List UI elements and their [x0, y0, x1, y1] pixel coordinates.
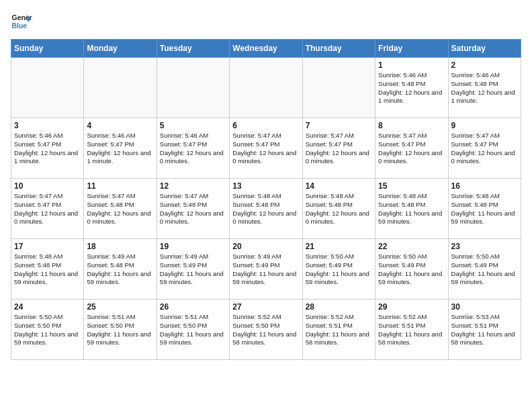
calendar-week-row: 3Sunrise: 5:46 AM Sunset: 5:47 PM Daylig… [11, 118, 521, 179]
day-number: 2 [451, 60, 518, 70]
day-info: Sunrise: 5:52 AM Sunset: 5:50 PM Dayligh… [232, 313, 299, 347]
calendar-day-cell: 1Sunrise: 5:46 AM Sunset: 5:48 PM Daylig… [375, 58, 448, 118]
calendar-day-cell: 25Sunrise: 5:51 AM Sunset: 5:50 PM Dayli… [84, 300, 157, 360]
logo: General Blue [11, 11, 35, 32]
day-info: Sunrise: 5:48 AM Sunset: 5:48 PM Dayligh… [232, 192, 299, 226]
calendar-header-row: SundayMondayTuesdayWednesdayThursdayFrid… [11, 40, 521, 58]
day-number: 27 [232, 302, 299, 312]
day-info: Sunrise: 5:46 AM Sunset: 5:48 PM Dayligh… [451, 71, 518, 105]
calendar-day-cell: 12Sunrise: 5:47 AM Sunset: 5:48 PM Dayli… [157, 179, 229, 239]
day-number: 6 [232, 121, 299, 130]
day-info: Sunrise: 5:50 AM Sunset: 5:49 PM Dayligh… [306, 253, 372, 287]
day-number: 16 [451, 181, 518, 191]
calendar-day-cell: 14Sunrise: 5:48 AM Sunset: 5:48 PM Dayli… [302, 179, 375, 239]
weekday-header: Wednesday [230, 40, 302, 58]
calendar-day-cell: 7Sunrise: 5:47 AM Sunset: 5:47 PM Daylig… [302, 118, 375, 179]
calendar-day-cell: 22Sunrise: 5:50 AM Sunset: 5:49 PM Dayli… [375, 239, 448, 300]
weekday-header: Sunday [11, 40, 84, 58]
day-number: 8 [378, 121, 445, 130]
calendar-day-cell: 30Sunrise: 5:53 AM Sunset: 5:51 PM Dayli… [448, 300, 521, 360]
day-info: Sunrise: 5:49 AM Sunset: 5:49 PM Dayligh… [232, 253, 299, 287]
day-number: 9 [451, 121, 518, 130]
calendar-day-cell: 27Sunrise: 5:52 AM Sunset: 5:50 PM Dayli… [230, 300, 302, 360]
day-info: Sunrise: 5:47 AM Sunset: 5:48 PM Dayligh… [87, 192, 153, 226]
calendar-day-cell: 10Sunrise: 5:47 AM Sunset: 5:47 PM Dayli… [11, 179, 84, 239]
day-number: 3 [14, 121, 81, 130]
day-number: 24 [14, 302, 81, 312]
day-info: Sunrise: 5:47 AM Sunset: 5:47 PM Dayligh… [378, 132, 445, 166]
calendar-week-row: 17Sunrise: 5:48 AM Sunset: 5:48 PM Dayli… [11, 239, 521, 300]
day-number: 28 [306, 302, 372, 312]
calendar-day-cell [11, 58, 84, 118]
day-info: Sunrise: 5:48 AM Sunset: 5:48 PM Dayligh… [451, 192, 518, 226]
day-number: 30 [451, 302, 518, 312]
weekday-header: Saturday [448, 40, 521, 58]
day-number: 1 [378, 60, 445, 70]
day-number: 20 [232, 242, 299, 251]
day-number: 7 [306, 121, 372, 130]
calendar-day-cell: 11Sunrise: 5:47 AM Sunset: 5:48 PM Dayli… [84, 179, 157, 239]
day-info: Sunrise: 5:51 AM Sunset: 5:50 PM Dayligh… [87, 313, 153, 347]
day-number: 5 [160, 121, 226, 130]
day-info: Sunrise: 5:46 AM Sunset: 5:47 PM Dayligh… [160, 132, 226, 166]
calendar-day-cell: 29Sunrise: 5:52 AM Sunset: 5:51 PM Dayli… [375, 300, 448, 360]
day-info: Sunrise: 5:47 AM Sunset: 5:47 PM Dayligh… [306, 132, 372, 166]
calendar-day-cell: 8Sunrise: 5:47 AM Sunset: 5:47 PM Daylig… [375, 118, 448, 179]
day-info: Sunrise: 5:48 AM Sunset: 5:48 PM Dayligh… [306, 192, 372, 226]
calendar-week-row: 24Sunrise: 5:50 AM Sunset: 5:50 PM Dayli… [11, 300, 521, 360]
day-number: 22 [378, 242, 445, 251]
day-info: Sunrise: 5:48 AM Sunset: 5:48 PM Dayligh… [378, 192, 445, 226]
calendar-day-cell: 26Sunrise: 5:51 AM Sunset: 5:50 PM Dayli… [157, 300, 229, 360]
calendar-day-cell: 17Sunrise: 5:48 AM Sunset: 5:48 PM Dayli… [11, 239, 84, 300]
calendar-day-cell: 20Sunrise: 5:49 AM Sunset: 5:49 PM Dayli… [230, 239, 302, 300]
day-info: Sunrise: 5:47 AM Sunset: 5:47 PM Dayligh… [14, 192, 81, 226]
day-info: Sunrise: 5:49 AM Sunset: 5:48 PM Dayligh… [87, 253, 153, 287]
svg-text:Blue: Blue [12, 22, 28, 30]
day-info: Sunrise: 5:47 AM Sunset: 5:47 PM Dayligh… [232, 132, 299, 166]
day-number: 14 [306, 181, 372, 191]
weekday-header: Friday [375, 40, 448, 58]
calendar-day-cell [157, 58, 229, 118]
page-header: General Blue [11, 11, 521, 32]
calendar-day-cell [230, 58, 302, 118]
day-info: Sunrise: 5:52 AM Sunset: 5:51 PM Dayligh… [306, 313, 372, 347]
day-info: Sunrise: 5:51 AM Sunset: 5:50 PM Dayligh… [160, 313, 226, 347]
calendar-day-cell: 23Sunrise: 5:50 AM Sunset: 5:49 PM Dayli… [448, 239, 521, 300]
day-number: 17 [14, 242, 81, 251]
day-info: Sunrise: 5:52 AM Sunset: 5:51 PM Dayligh… [378, 313, 445, 347]
day-info: Sunrise: 5:47 AM Sunset: 5:48 PM Dayligh… [160, 192, 226, 226]
calendar-day-cell [302, 58, 375, 118]
weekday-header: Monday [84, 40, 157, 58]
day-number: 11 [87, 181, 153, 191]
weekday-header: Tuesday [157, 40, 229, 58]
calendar-day-cell: 18Sunrise: 5:49 AM Sunset: 5:48 PM Dayli… [84, 239, 157, 300]
day-info: Sunrise: 5:47 AM Sunset: 5:47 PM Dayligh… [451, 132, 518, 166]
day-number: 12 [160, 181, 226, 191]
calendar-day-cell: 24Sunrise: 5:50 AM Sunset: 5:50 PM Dayli… [11, 300, 84, 360]
calendar-day-cell: 4Sunrise: 5:46 AM Sunset: 5:47 PM Daylig… [84, 118, 157, 179]
weekday-header: Thursday [302, 40, 375, 58]
day-number: 23 [451, 242, 518, 251]
day-number: 29 [378, 302, 445, 312]
day-info: Sunrise: 5:49 AM Sunset: 5:49 PM Dayligh… [160, 253, 226, 287]
day-info: Sunrise: 5:50 AM Sunset: 5:49 PM Dayligh… [451, 253, 518, 287]
calendar-day-cell: 9Sunrise: 5:47 AM Sunset: 5:47 PM Daylig… [448, 118, 521, 179]
calendar-table: SundayMondayTuesdayWednesdayThursdayFrid… [11, 39, 521, 360]
day-number: 10 [14, 181, 81, 191]
day-number: 25 [87, 302, 153, 312]
calendar-day-cell: 28Sunrise: 5:52 AM Sunset: 5:51 PM Dayli… [302, 300, 375, 360]
calendar-day-cell: 13Sunrise: 5:48 AM Sunset: 5:48 PM Dayli… [230, 179, 302, 239]
day-number: 21 [306, 242, 372, 251]
day-number: 19 [160, 242, 226, 251]
day-info: Sunrise: 5:48 AM Sunset: 5:48 PM Dayligh… [14, 253, 81, 287]
day-info: Sunrise: 5:50 AM Sunset: 5:50 PM Dayligh… [14, 313, 81, 347]
calendar-day-cell: 21Sunrise: 5:50 AM Sunset: 5:49 PM Dayli… [302, 239, 375, 300]
calendar-day-cell: 6Sunrise: 5:47 AM Sunset: 5:47 PM Daylig… [230, 118, 302, 179]
day-info: Sunrise: 5:53 AM Sunset: 5:51 PM Dayligh… [451, 313, 518, 347]
day-number: 15 [378, 181, 445, 191]
day-info: Sunrise: 5:46 AM Sunset: 5:48 PM Dayligh… [378, 71, 445, 105]
calendar-week-row: 1Sunrise: 5:46 AM Sunset: 5:48 PM Daylig… [11, 58, 521, 118]
day-info: Sunrise: 5:46 AM Sunset: 5:47 PM Dayligh… [87, 132, 153, 166]
calendar-day-cell: 5Sunrise: 5:46 AM Sunset: 5:47 PM Daylig… [157, 118, 229, 179]
day-info: Sunrise: 5:50 AM Sunset: 5:49 PM Dayligh… [378, 253, 445, 287]
